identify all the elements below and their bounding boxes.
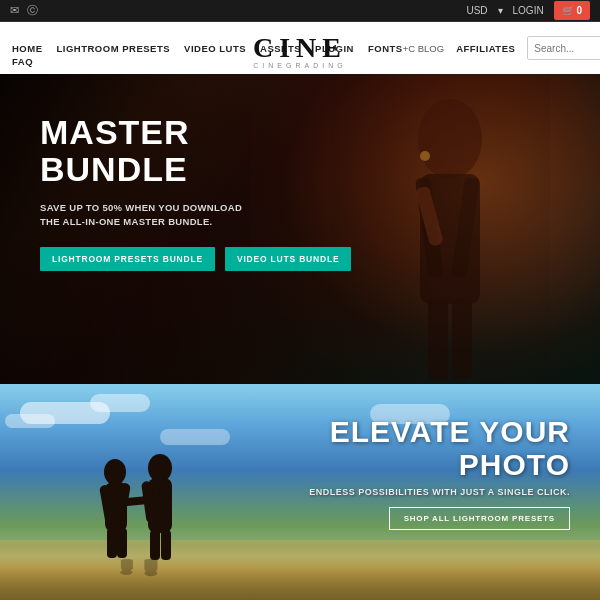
video-luts-bundle-btn[interactable]: VIDEO LUTS BUNDLE <box>225 247 351 271</box>
svg-rect-6 <box>428 299 448 379</box>
hero-content: MASTER BUNDLE SAVE UP TO 50% WHEN YOU DO… <box>40 114 351 271</box>
top-bar: ✉ ⓒ USD ▾ LOGIN 🛒 0 <box>0 0 600 22</box>
nav-fonts[interactable]: FONTS <box>368 43 403 54</box>
reflection-svg <box>85 553 195 577</box>
top-bar-account: USD ▾ LOGIN 🛒 0 <box>466 1 590 20</box>
second-content: ELEVATE YOUR PHOTO ENDLESS POSSIBILITIES… <box>309 415 570 530</box>
cloud-3 <box>5 414 55 428</box>
second-subtitle: ENDLESS POSSIBILITIES WITH JUST A SINGLE… <box>309 487 570 497</box>
hero-section: MASTER BUNDLE SAVE UP TO 50% WHEN YOU DO… <box>0 74 600 384</box>
svg-line-22 <box>127 500 148 502</box>
main-nav: HOME LIGHTROOM PRESETS VIDEO LUTS ASSETS… <box>0 22 600 74</box>
second-section: ELEVATE YOUR PHOTO ENDLESS POSSIBILITIES… <box>0 384 600 600</box>
cloud-2 <box>90 394 150 412</box>
shop-lightroom-btn[interactable]: SHOP ALL LIGHTROOM PRESETS <box>389 507 570 530</box>
nav-faq[interactable]: FAQ <box>12 56 33 67</box>
currency-selector[interactable]: USD <box>466 5 487 16</box>
logo-sub-text: CINEGRADING <box>253 62 347 69</box>
mail-icon[interactable]: ✉ <box>10 4 19 17</box>
instagram-icon[interactable]: ⓒ <box>27 3 38 18</box>
logo-cine-text: CINE <box>253 34 347 62</box>
svg-point-16 <box>148 454 172 482</box>
cart-button[interactable]: 🛒 0 <box>554 1 590 20</box>
svg-point-8 <box>420 151 430 161</box>
svg-point-10 <box>104 459 126 485</box>
hero-title: MASTER BUNDLE <box>40 114 300 189</box>
search-input[interactable] <box>528 43 600 54</box>
cloud-5 <box>160 429 230 445</box>
top-bar-social: ✉ ⓒ <box>10 3 38 18</box>
nav-right: +C BLOG AFFILIATES <box>403 36 600 60</box>
hero-buttons: LIGHTROOM PRESETS BUNDLE VIDEO LUTS BUND… <box>40 247 351 271</box>
nav-video-luts[interactable]: VIDEO LUTS <box>184 43 246 54</box>
svg-point-25 <box>144 570 157 576</box>
second-title: ELEVATE YOUR PHOTO <box>309 415 570 481</box>
couple-silhouette-svg <box>85 450 195 560</box>
currency-chevron[interactable]: ▾ <box>498 5 503 16</box>
login-link[interactable]: LOGIN <box>513 5 544 16</box>
logo[interactable]: CINE CINEGRADING <box>253 34 347 69</box>
svg-point-2 <box>418 99 482 179</box>
lightroom-presets-bundle-btn[interactable]: LIGHTROOM PRESETS BUNDLE <box>40 247 215 271</box>
hero-subtitle: SAVE UP TO 50% WHEN YOU DOWNLOAD THE ALL… <box>40 201 260 230</box>
nav-lightroom-presets[interactable]: LIGHTROOM PRESETS <box>57 43 171 54</box>
svg-rect-24 <box>121 559 133 570</box>
svg-rect-26 <box>144 559 157 571</box>
nav-blog[interactable]: +C BLOG <box>403 43 444 54</box>
search-box <box>527 36 600 60</box>
svg-rect-7 <box>452 299 472 379</box>
nav-affiliates[interactable]: AFFILIATES <box>456 43 515 54</box>
nav-home[interactable]: HOME <box>12 43 43 54</box>
svg-point-23 <box>120 569 132 575</box>
